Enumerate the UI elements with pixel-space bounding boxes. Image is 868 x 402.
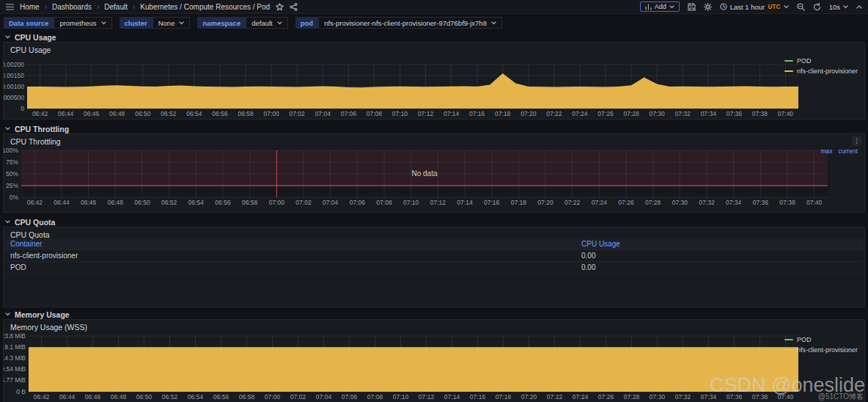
svg-text:07:28: 07:28: [624, 393, 640, 401]
svg-text:0.00200: 0.00200: [4, 61, 24, 68]
breadcrumb-default[interactable]: Default: [97, 3, 128, 11]
add-panel-icon: [645, 4, 652, 10]
svg-text:07:06: 07:06: [341, 110, 357, 117]
cpu-usage-chart[interactable]: 0.002000.001500.001000.000500006:4206:44…: [4, 43, 864, 119]
svg-text:06:46: 06:46: [85, 393, 101, 401]
svg-text:4.77 MiB: 4.77 MiB: [4, 376, 26, 384]
svg-text:07:10: 07:10: [392, 110, 408, 117]
svg-text:0%: 0%: [10, 194, 19, 201]
chevron-down-icon: [784, 5, 789, 9]
svg-text:07:36: 07:36: [753, 199, 769, 206]
panel-title[interactable]: CPU Throttling: [10, 137, 61, 146]
svg-text:0.00150: 0.00150: [4, 72, 24, 79]
cpu-throttling-chart[interactable]: 100%75%50%25%0%06:4206:4406:4606:4806:50…: [4, 134, 864, 212]
breadcrumb-home[interactable]: Home: [20, 3, 40, 11]
svg-text:07:06: 07:06: [350, 199, 366, 206]
watermark-51cto: @51CTO博客: [818, 392, 864, 402]
svg-text:75%: 75%: [6, 158, 18, 166]
legend-label: nfs-client-provisioner: [797, 346, 858, 354]
svg-text:07:00: 07:00: [269, 199, 285, 206]
svg-text:06:42: 06:42: [32, 110, 48, 117]
svg-text:07:38: 07:38: [779, 199, 795, 206]
panel-cpu-quota: CPU Quota Container CPU Usage nfs-client…: [3, 227, 865, 307]
svg-text:06:58: 06:58: [242, 199, 258, 206]
row-header-label: CPU Throttling: [15, 125, 69, 134]
svg-text:07:40: 07:40: [806, 199, 823, 206]
legend-item-pod[interactable]: POD: [784, 57, 858, 65]
svg-text:07:00: 07:00: [263, 110, 279, 117]
svg-text:07:22: 07:22: [564, 199, 581, 206]
time-range-picker[interactable]: Last 1 hour UTC: [720, 3, 789, 11]
variable-datasource-selected: prometheus: [59, 19, 96, 27]
collapse-topbar-icon[interactable]: [856, 5, 862, 9]
variable-pod: pod nfs-provisioner-nfs-client-provision…: [295, 17, 502, 29]
svg-text:07:30: 07:30: [672, 199, 688, 206]
svg-text:06:44: 06:44: [54, 199, 70, 206]
breadcrumb-current-dashboard[interactable]: Kubernetes / Compute Resources / Pod: [133, 3, 270, 11]
svg-text:07:22: 07:22: [547, 393, 563, 401]
svg-text:50%: 50%: [6, 170, 18, 178]
save-dashboard-icon[interactable]: [688, 3, 696, 11]
legend-column-max[interactable]: max: [820, 147, 832, 155]
variable-datasource-value[interactable]: prometheus: [54, 17, 111, 29]
refresh-interval-select[interactable]: 10s: [829, 3, 848, 11]
variable-datasource-label: Data source: [4, 17, 54, 29]
breadcrumb-dashboards[interactable]: Dashboards: [45, 3, 92, 11]
chevron-down-icon: [843, 5, 848, 9]
svg-text:06:50: 06:50: [135, 110, 151, 117]
svg-text:06:46: 06:46: [81, 199, 97, 206]
panel-cpu-usage: CPU Usage 0.002000.001500.001000.0005000…: [3, 42, 865, 120]
svg-text:07:30: 07:30: [650, 393, 666, 401]
zoom-out-icon[interactable]: [797, 3, 805, 11]
legend-label: POD: [797, 57, 812, 65]
legend-item-pod[interactable]: POD: [784, 336, 858, 343]
variable-namespace-value[interactable]: default: [246, 17, 288, 29]
panel-title[interactable]: CPU Quota: [10, 230, 50, 239]
svg-text:07:26: 07:26: [618, 199, 634, 206]
panel-title[interactable]: CPU Usage: [10, 45, 51, 54]
menu-icon[interactable]: [6, 4, 14, 10]
svg-text:07:08: 07:08: [367, 110, 383, 117]
nav-actions: Add Last 1 hour UTC: [640, 1, 862, 12]
svg-text:06:48: 06:48: [111, 393, 127, 401]
dashboard-settings-icon[interactable]: [704, 3, 712, 11]
svg-text:07:24: 07:24: [573, 393, 589, 401]
column-header-cpu-usage[interactable]: CPU Usage: [581, 240, 864, 248]
svg-text:07:38: 07:38: [752, 110, 768, 117]
memory-usage-legend: POD nfs-client-provisioner: [784, 336, 858, 354]
refresh-icon[interactable]: [813, 3, 821, 11]
panel-cpu-throttling: CPU Throttling ⋮ 100%75%50%25%0%06:4206:…: [3, 134, 865, 213]
table-header-row: Container CPU Usage: [4, 238, 864, 250]
favorite-star-icon[interactable]: [276, 3, 284, 11]
legend-item-nfs-client-provisioner[interactable]: nfs-client-provisioner: [784, 346, 858, 354]
variable-pod-value[interactable]: nfs-provisioner-nfs-client-provisioner-9…: [318, 17, 502, 29]
svg-text:07:18: 07:18: [511, 199, 527, 206]
cell-container-name: POD: [4, 263, 581, 271]
row-header-cpu-usage[interactable]: CPU Usage: [5, 32, 56, 42]
column-header-container[interactable]: Container: [4, 240, 581, 248]
legend-column-current[interactable]: current: [839, 147, 858, 155]
svg-text:06:50: 06:50: [134, 199, 150, 206]
cpu-quota-table: Container CPU Usage nfs-client-provision…: [4, 238, 864, 274]
svg-text:06:58: 06:58: [238, 110, 254, 117]
row-header-cpu-throttling[interactable]: CPU Throttling: [5, 124, 69, 134]
add-button[interactable]: Add: [640, 1, 680, 12]
variable-namespace-selected: default: [251, 19, 273, 27]
chevron-down-icon: [5, 35, 10, 39]
svg-text:07:20: 07:20: [521, 393, 537, 401]
share-icon[interactable]: [290, 3, 298, 11]
svg-text:06:56: 06:56: [212, 110, 228, 117]
svg-text:06:56: 06:56: [215, 199, 231, 206]
svg-text:07:20: 07:20: [537, 199, 553, 206]
svg-text:25%: 25%: [6, 182, 18, 189]
panel-title[interactable]: Memory Usage (WSS): [10, 323, 87, 332]
row-header-memory-usage[interactable]: Memory Usage: [5, 310, 70, 319]
row-header-cpu-quota[interactable]: CPU Quota: [5, 217, 55, 227]
svg-text:06:54: 06:54: [188, 393, 204, 401]
svg-text:19.1 MiB: 19.1 MiB: [4, 343, 26, 351]
variable-cluster-value[interactable]: None: [152, 17, 191, 29]
svg-text:9.54 MiB: 9.54 MiB: [4, 365, 26, 373]
panel-menu-icon[interactable]: ⋮: [852, 136, 861, 146]
svg-text:07:28: 07:28: [623, 110, 639, 117]
legend-item-nfs-client-provisioner[interactable]: nfs-client-provisioner: [784, 67, 858, 75]
